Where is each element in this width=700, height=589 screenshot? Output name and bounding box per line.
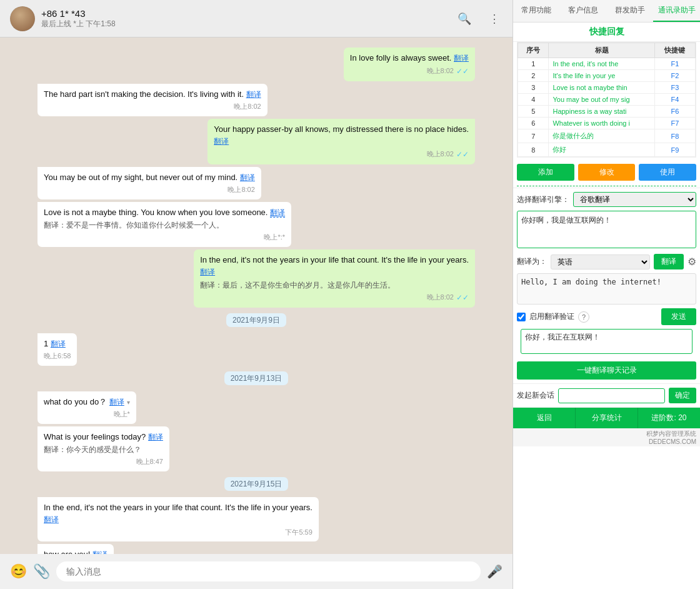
row-title: You may be out of my sig	[549, 94, 655, 106]
message-row: In the end, it's not the years in your l…	[38, 497, 475, 542]
message-text: What is your feelings today?	[44, 432, 148, 441]
row-num: 5	[518, 106, 549, 118]
verify-checkbox[interactable]	[517, 313, 526, 321]
message-text: You may be out of my sight, but never ou…	[44, 173, 240, 182]
message-meta: 晚上*	[44, 409, 130, 420]
tab-customer-info[interactable]: 客户信息	[560, 0, 607, 22]
tab-contacts-helper[interactable]: 通讯录助手	[653, 0, 700, 22]
back-button[interactable]: 返回	[513, 408, 576, 428]
translate-to-label: 翻译为：	[517, 256, 547, 267]
row-num: 4	[518, 94, 549, 106]
lang-select[interactable]: 英语 中文 日语	[551, 254, 650, 269]
send-button[interactable]: 发送	[661, 308, 696, 325]
section-title-quick-reply: 快捷回复	[513, 23, 700, 42]
translate-link[interactable]: 翻译	[92, 550, 108, 554]
message-row: The hard part isn't making the decision.…	[38, 84, 475, 116]
message-bubble: In love folly is always sweet. 翻译 晚上8:02…	[344, 48, 475, 81]
table-row[interactable]: 8 你好 F9	[518, 143, 696, 157]
col-header-key: 快捷键	[654, 43, 695, 58]
attach-button[interactable]: 📎	[33, 563, 50, 580]
translate-engine-row: 选择翻译引擎： 谷歌翻译 百度翻译 有道翻译	[517, 192, 696, 207]
row-key: F8	[654, 129, 695, 143]
quick-reply-table: 序号 标题 快捷键 1 In the end, it's not the F1 …	[518, 43, 696, 157]
tab-common-functions[interactable]: 常用功能	[513, 0, 560, 22]
table-row[interactable]: 1 In the end, it's not the F1	[518, 58, 696, 70]
translate-link[interactable]: 翻译	[148, 433, 163, 441]
modify-button[interactable]: 修改	[578, 164, 636, 181]
translate-link[interactable]: 翻译	[44, 515, 59, 524]
bottom-buttons: 返回 分享统计 进阶数: 20	[513, 407, 700, 428]
dropdown-arrow[interactable]: ▾	[127, 399, 130, 406]
message-text: The hard part isn't making the decision.…	[44, 89, 246, 99]
message-time: 晚上*:*	[264, 232, 285, 243]
message-row: 1 翻译 晚上6:58	[38, 333, 475, 366]
message-row: Your happy passer-by all knows, my distr…	[38, 119, 475, 164]
one-click-translate-button[interactable]: 一键翻译聊天记录	[517, 361, 696, 380]
message-meta: 晚上8:02	[44, 101, 261, 112]
action-buttons: 添加 修改 使用	[513, 160, 700, 184]
table-row[interactable]: 3 Love is not a maybe thin F3	[518, 82, 696, 94]
engine-select[interactable]: 谷歌翻译 百度翻译 有道翻译	[573, 192, 696, 207]
emoji-button[interactable]: 😊	[10, 563, 27, 580]
search-icon[interactable]: 🔍	[455, 9, 474, 28]
chat-input-area: 😊 📎 🎤	[0, 554, 512, 589]
message-row: You may be out of my sight, but never ou…	[38, 167, 475, 199]
translate-link[interactable]: 翻译	[240, 173, 255, 182]
message-text: how are you!	[44, 550, 92, 554]
message-input[interactable]	[56, 561, 481, 581]
translate-link[interactable]: 翻译	[246, 90, 261, 99]
message-meta: 晚上8:02 ✓✓	[214, 149, 469, 160]
translation-section: 选择翻译引擎： 谷歌翻译 百度翻译 有道翻译 你好啊，我是做互联网的！ 翻译为：…	[513, 188, 700, 358]
contact-name: +86 1* *43	[41, 8, 116, 19]
translate-button[interactable]: 翻译	[654, 254, 684, 269]
translate-input[interactable]: 你好啊，我是做互联网的！	[517, 211, 696, 248]
message-text: 1	[44, 339, 51, 348]
row-key: F3	[654, 82, 695, 94]
avatar	[10, 6, 35, 31]
table-row[interactable]: 4 You may be out of my sig F4	[518, 94, 696, 106]
tab-group-sender[interactable]: 群发助手	[607, 0, 654, 22]
row-num: 3	[518, 82, 549, 94]
table-row[interactable]: 6 Whatever is worth doing i F7	[518, 118, 696, 129]
message-meta: 晚上8:47	[44, 456, 163, 467]
message-ticks: ✓✓	[456, 149, 469, 160]
translate-link[interactable]: 翻译	[200, 268, 215, 276]
message-bubble: Love is not a maybe thing. You know when…	[38, 202, 291, 247]
contact-info: +86 1* *43 最后上线 *上 下午1:58	[41, 8, 116, 29]
progress-button[interactable]: 进阶数: 20	[638, 408, 700, 428]
translate-settings-icon[interactable]: ⚙	[688, 256, 696, 268]
translation-text: 翻译：最后，这不是你生命中的岁月。这是你几年的生活。	[200, 279, 469, 291]
chat-messages: In love folly is always sweet. 翻译 晚上8:02…	[0, 38, 512, 554]
message-bubble: In the end, it's not the years in your l…	[38, 497, 319, 542]
message-time: 晚上8:02	[427, 66, 454, 76]
translation-text: 翻译：你今天的感受是什么？	[44, 444, 163, 455]
row-title: It's the life in your ye	[549, 70, 655, 82]
translate-link[interactable]: 翻译	[51, 340, 66, 348]
new-chat-input[interactable]	[558, 388, 665, 403]
message-meta: 晚上8:02	[44, 184, 255, 195]
translate-link[interactable]: 翻译	[109, 398, 124, 406]
use-button[interactable]: 使用	[639, 164, 696, 181]
message-time: 晚上8:02	[427, 292, 454, 303]
translate-link[interactable]: 翻译	[270, 208, 285, 218]
verify-row: 启用翻译验证 ? 发送	[517, 308, 696, 325]
table-row[interactable]: 5 Happiness is a way stati F6	[518, 106, 696, 118]
table-row[interactable]: 7 你是做什么的 F8	[518, 129, 696, 143]
share-stats-button[interactable]: 分享统计	[576, 408, 638, 428]
row-num: 2	[518, 70, 549, 82]
translate-link[interactable]: 翻译	[454, 54, 469, 63]
row-num: 1	[518, 58, 549, 70]
translated-preview: 你好，我正在互联网！	[521, 329, 692, 354]
col-header-title: 标题	[549, 43, 655, 58]
table-row[interactable]: 2 It's the life in your ye F2	[518, 70, 696, 82]
translate-link[interactable]: 翻译	[214, 137, 229, 146]
row-key: F4	[654, 94, 695, 106]
help-button[interactable]: ?	[578, 311, 589, 323]
microphone-button[interactable]: 🎤	[487, 564, 502, 579]
date-separator: 2021年9月9日	[38, 315, 475, 326]
confirm-button[interactable]: 确定	[669, 388, 696, 403]
menu-icon[interactable]: ⋮	[486, 9, 502, 28]
add-button[interactable]: 添加	[517, 164, 574, 181]
row-key: F6	[654, 106, 695, 118]
date-label: 2021年9月13日	[224, 371, 289, 385]
